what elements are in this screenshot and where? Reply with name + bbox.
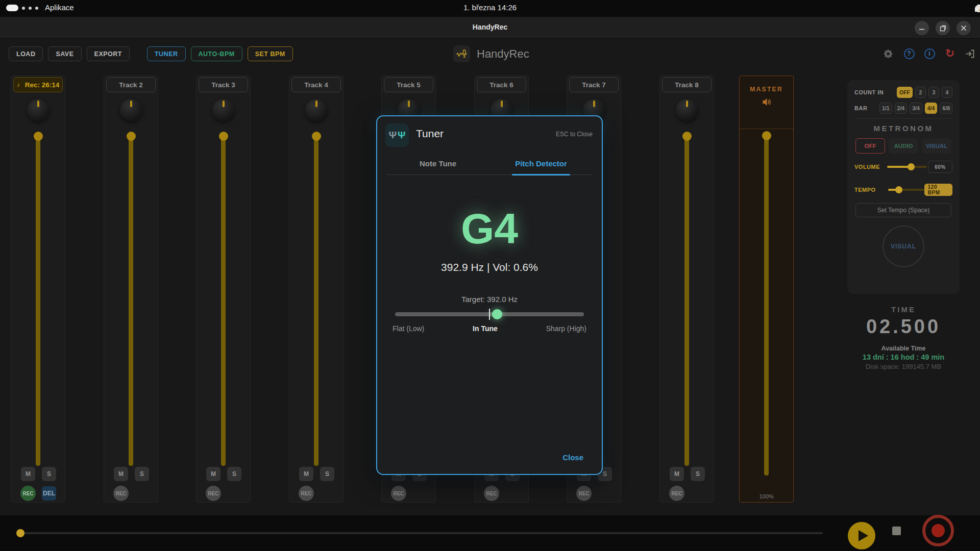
count-in-3-button[interactable]: 3	[928, 87, 939, 98]
volume-fader-handle[interactable]	[34, 132, 43, 141]
bar-6-8-button[interactable]: 6/8	[940, 103, 952, 114]
volume-fader-handle[interactable]	[312, 132, 321, 141]
tab-pitch-detector[interactable]: Pitch Detector	[489, 159, 593, 168]
reset-icon[interactable]: ↻	[944, 48, 955, 59]
window-title: HandyRec	[0, 23, 980, 31]
record-arm-button[interactable]: REC	[113, 486, 129, 501]
play-button[interactable]	[848, 522, 875, 549]
record-arm-button[interactable]: REC	[669, 486, 684, 501]
record-arm-button[interactable]: REC	[484, 486, 499, 501]
count-in-off-button[interactable]: OFF	[897, 87, 913, 98]
track-strip-4: Track 4 M S REC	[289, 76, 344, 503]
record-arm-button[interactable]: REC	[576, 486, 592, 501]
volume-fader-handle[interactable]	[127, 132, 136, 141]
bar-4-4-button[interactable]: 4/4	[925, 103, 938, 114]
mute-button[interactable]: M	[206, 467, 220, 481]
set-bpm-button[interactable]: SET BPM	[248, 46, 293, 61]
volume-row: VOLUME 60%	[854, 161, 952, 173]
tuner-tabs: Note Tune Pitch Detector	[386, 159, 593, 175]
bar-row: BAR 1/1 2/4 3/4 4/4 6/8	[854, 103, 952, 114]
mute-button[interactable]: M	[299, 467, 313, 481]
track-name-button[interactable]: Track 7	[569, 77, 619, 92]
volume-fader-handle[interactable]	[682, 132, 692, 141]
bar-1-1-button[interactable]: 1/1	[879, 103, 892, 114]
count-in-4-button[interactable]: 4	[942, 87, 952, 98]
solo-button[interactable]: S	[227, 467, 241, 481]
info-icon[interactable]: i	[924, 48, 935, 59]
pan-knob[interactable]	[676, 99, 698, 121]
exit-icon[interactable]	[964, 48, 975, 59]
dialog-close-button[interactable]: Close	[562, 453, 583, 462]
solo-button[interactable]: S	[42, 467, 56, 481]
tab-note-tune[interactable]: Note Tune	[386, 159, 489, 168]
master-fader-track	[764, 136, 769, 475]
record-arm-button[interactable]: REC	[299, 486, 314, 501]
save-button[interactable]: SAVE	[48, 46, 81, 61]
record-button[interactable]	[922, 515, 954, 546]
mute-button[interactable]: M	[114, 467, 128, 481]
delete-button[interactable]: DEL	[42, 486, 56, 500]
metronome-audio-button[interactable]: AUDIO	[889, 138, 918, 154]
count-in-2-button[interactable]: 2	[915, 87, 926, 98]
track-name-button[interactable]: Track 6	[477, 77, 526, 92]
track-name-button[interactable]: Track 4	[291, 77, 341, 92]
app-name: HandyRec	[477, 47, 529, 61]
volume-slider-thumb[interactable]	[908, 163, 915, 170]
pan-knob[interactable]	[305, 99, 328, 121]
record-arm-button[interactable]: REC	[20, 486, 36, 501]
seek-handle[interactable]	[16, 529, 24, 537]
play-icon	[859, 530, 868, 541]
track-1-rec-badge[interactable]: ♪ Rec: 26:14	[13, 77, 63, 92]
clock[interactable]: 1. března 14:26	[0, 3, 980, 12]
volume-fader-track	[221, 137, 226, 466]
mute-button[interactable]: M	[21, 467, 35, 481]
track-name-button[interactable]: Track 2	[106, 77, 156, 92]
bar-2-4-button[interactable]: 2/4	[895, 103, 908, 114]
volume-fader-track	[36, 137, 40, 466]
mute-button[interactable]: M	[670, 467, 684, 481]
time-panel: TIME 02.500 Available Time 13 dní : 16 h…	[847, 305, 960, 370]
master-strip: MASTER 100%	[739, 76, 794, 503]
auto-bpm-button[interactable]: AUTO-BPM	[191, 46, 242, 61]
set-tempo-button[interactable]: Set Tempo (Space)	[855, 203, 951, 217]
power-icon[interactable]	[973, 3, 980, 14]
track-name-button[interactable]: Track 8	[662, 77, 712, 92]
stop-button[interactable]	[892, 527, 901, 535]
solo-button[interactable]: S	[691, 467, 705, 481]
master-fader-handle[interactable]	[762, 131, 771, 140]
pan-knob[interactable]	[212, 99, 235, 121]
settings-gear-icon[interactable]	[883, 48, 894, 59]
dialog-title: Tuner	[416, 128, 444, 140]
solo-button[interactable]: S	[320, 467, 334, 481]
tempo-slider-thumb[interactable]	[895, 186, 902, 193]
pan-knob[interactable]	[120, 99, 142, 121]
volume-fader-track	[314, 137, 318, 466]
volume-fader-handle[interactable]	[219, 132, 228, 141]
track-name-button[interactable]: Track 3	[199, 77, 248, 92]
minimize-button[interactable]	[915, 21, 929, 35]
metronome-volume-slider[interactable]	[887, 166, 927, 168]
track-name-button[interactable]: Track 5	[384, 77, 433, 92]
pan-knob[interactable]	[27, 99, 50, 121]
close-button[interactable]	[957, 21, 971, 35]
visual-metronome-circle[interactable]: VISUAL	[883, 226, 924, 267]
help-icon[interactable]: ?	[903, 48, 915, 59]
load-button[interactable]: LOAD	[9, 46, 43, 61]
seek-bar[interactable]	[16, 532, 823, 534]
window-titlebar: HandyRec	[0, 17, 980, 39]
metronome-visual-button[interactable]: VISUAL	[922, 138, 951, 154]
master-volume-value: 100%	[740, 493, 793, 499]
record-arm-button[interactable]: REC	[206, 486, 221, 501]
bar-3-4-button[interactable]: 3/4	[910, 103, 922, 114]
metronome-off-button[interactable]: OFF	[855, 138, 885, 154]
tuner-button[interactable]: TUNER	[147, 46, 186, 61]
disk-space: Disk space: 199145.7 MB	[847, 363, 960, 370]
restore-button[interactable]	[936, 21, 950, 35]
export-button[interactable]: EXPORT	[87, 46, 130, 61]
speaker-icon	[761, 96, 772, 108]
record-arm-button[interactable]: REC	[391, 486, 406, 501]
tempo-slider[interactable]	[888, 189, 924, 191]
note-icon: ♪	[17, 81, 20, 88]
available-time-label: Available Time	[847, 345, 960, 352]
solo-button[interactable]: S	[135, 467, 149, 481]
